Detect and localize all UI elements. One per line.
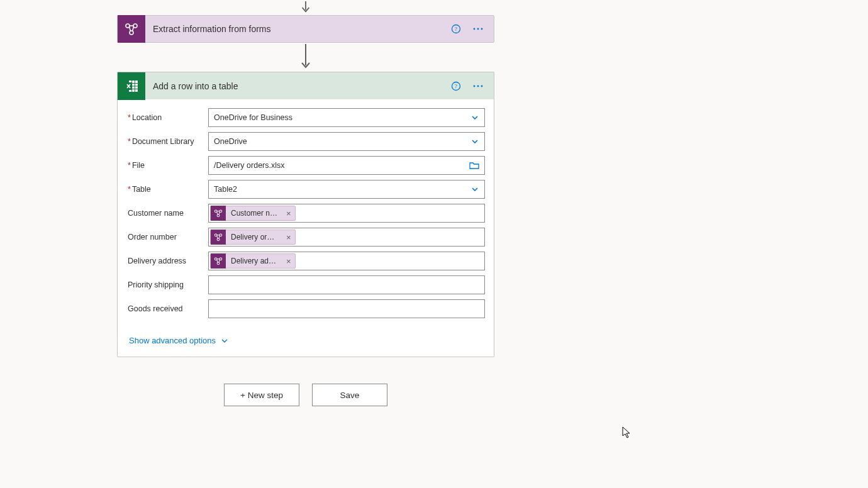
step-header[interactable]: Add a row into a table ? [117, 72, 494, 99]
svg-line-5 [133, 27, 134, 31]
svg-point-11 [481, 28, 483, 30]
field-label: Table [132, 185, 151, 194]
svg-point-10 [477, 28, 479, 30]
field-file: *File /Delivery orders.xlsx [126, 156, 485, 175]
svg-point-33 [217, 238, 220, 241]
ai-builder-icon [211, 206, 226, 221]
token-label: Delivery order … [226, 233, 282, 241]
flow-connector-arrow [117, 0, 494, 15]
field-location: *Location OneDrive for Business [126, 108, 485, 127]
advanced-label: Show advanced options [129, 336, 216, 345]
field-goods-received: Goods received [126, 299, 485, 318]
step-add-a-row-into-a-table: Add a row into a table ? *Location [117, 72, 494, 357]
customer-name-input[interactable]: Customer nam… × [208, 204, 485, 223]
flow-connector-arrow [117, 43, 494, 72]
svg-line-29 [219, 212, 220, 214]
more-icon[interactable] [472, 24, 484, 34]
priority-shipping-input[interactable] [208, 275, 485, 294]
dropdown-value: OneDrive for Business [214, 113, 467, 122]
arrow-down-icon [299, 44, 312, 70]
table-dropdown[interactable]: Table2 [208, 180, 485, 199]
field-document-library: *Document Library OneDrive [126, 132, 485, 151]
svg-point-9 [474, 28, 476, 30]
more-icon[interactable] [472, 81, 484, 91]
delivery-address-input[interactable]: Delivery addre… × [208, 252, 485, 270]
order-number-input[interactable]: Delivery order … × [208, 228, 485, 247]
remove-token-icon[interactable]: × [282, 209, 295, 218]
help-icon[interactable]: ? [451, 24, 461, 34]
step-extract-information-from-forms[interactable]: Extract information from forms ? [117, 15, 494, 43]
svg-point-24 [481, 85, 483, 87]
dropdown-value: OneDrive [214, 137, 467, 146]
step-body: *Location OneDrive for Business *Documen… [117, 99, 494, 357]
goods-received-input[interactable] [208, 299, 485, 318]
field-delivery-address: Delivery address Delivery addre… × [126, 252, 485, 270]
document-library-dropdown[interactable]: OneDrive [208, 132, 485, 151]
help-icon[interactable]: ? [451, 81, 461, 91]
file-value: /Delivery orders.xlsx [214, 161, 465, 170]
field-label: Priority shipping [126, 280, 208, 289]
token-label: Customer nam… [226, 209, 282, 218]
remove-token-icon[interactable]: × [282, 257, 295, 265]
field-customer-name: Customer name Customer nam… × [126, 204, 485, 223]
ai-builder-icon [118, 15, 145, 43]
svg-line-4 [130, 27, 131, 31]
new-step-button[interactable]: + New step [224, 384, 299, 406]
dynamic-token[interactable]: Delivery order … × [210, 230, 296, 245]
action-buttons-row: + New step Save [117, 384, 494, 406]
file-picker[interactable]: /Delivery orders.xlsx [208, 156, 485, 175]
field-label: Location [132, 113, 162, 122]
chevron-down-icon [470, 185, 479, 194]
svg-text:?: ? [455, 83, 457, 89]
field-label: Order number [126, 233, 208, 241]
svg-text:?: ? [455, 26, 457, 32]
field-label: Customer name [126, 209, 208, 218]
field-priority-shipping: Priority shipping [126, 275, 485, 294]
chevron-down-icon [470, 113, 479, 122]
svg-point-27 [217, 214, 220, 217]
show-advanced-options[interactable]: Show advanced options [126, 336, 228, 345]
field-label: Goods received [126, 304, 208, 313]
svg-line-40 [217, 260, 218, 262]
svg-line-41 [219, 260, 220, 262]
remove-token-icon[interactable]: × [282, 233, 295, 241]
field-order-number: Order number Delivery order … × [126, 228, 485, 247]
excel-icon [118, 72, 145, 100]
chevron-down-icon [221, 337, 228, 345]
svg-point-23 [477, 85, 479, 87]
field-table: *Table Table2 [126, 180, 485, 199]
folder-icon[interactable] [469, 161, 479, 170]
ai-builder-icon [211, 253, 226, 269]
dynamic-token[interactable]: Customer nam… × [210, 206, 296, 221]
dropdown-value: Table2 [214, 185, 467, 194]
svg-line-35 [219, 236, 220, 238]
location-dropdown[interactable]: OneDrive for Business [208, 108, 485, 127]
svg-point-3 [130, 31, 133, 35]
dynamic-token[interactable]: Delivery addre… × [210, 253, 296, 269]
step-title: Extract information from forms [145, 24, 451, 34]
token-label: Delivery addre… [226, 257, 282, 265]
mouse-cursor-icon [622, 426, 632, 439]
svg-line-34 [217, 236, 218, 238]
field-label: Document Library [132, 137, 194, 146]
svg-point-22 [474, 85, 476, 87]
step-title: Add a row into a table [145, 81, 451, 91]
field-label: Delivery address [126, 257, 208, 265]
svg-line-28 [217, 212, 218, 214]
svg-point-39 [217, 262, 220, 265]
chevron-down-icon [470, 137, 479, 146]
ai-builder-icon [211, 230, 226, 245]
arrow-down-icon [299, 1, 312, 14]
field-label: File [132, 161, 145, 170]
save-button[interactable]: Save [312, 384, 387, 406]
